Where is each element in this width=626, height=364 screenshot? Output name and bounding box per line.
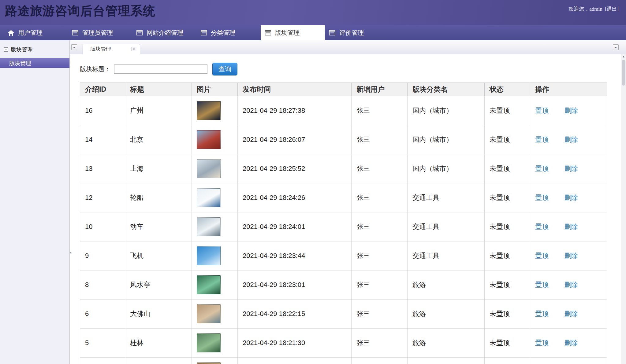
delete-link[interactable]: 删除	[565, 165, 578, 172]
cell-image	[192, 212, 238, 241]
app-header: 路途旅游咨询后台管理系统 欢迎您，admin[退出]	[0, 0, 626, 25]
cell-actions: 置顶删除	[530, 241, 607, 270]
cell-user: 张三	[352, 212, 408, 241]
delete-link[interactable]: 删除	[565, 136, 578, 143]
cell-category: 交通工具	[408, 212, 485, 241]
cell-category: 国内（城市）	[408, 154, 485, 183]
cell-category: 国内（城市）	[408, 125, 485, 154]
column-header: 状态	[485, 83, 530, 96]
cell-category: 交通工具	[408, 241, 485, 270]
cell-title: 上海	[125, 154, 192, 183]
scroll-up-icon[interactable]: ▲	[621, 54, 626, 59]
nav-bar: 用户管理管理员管理网站介绍管理分类管理版块管理评价管理	[0, 25, 626, 40]
table-row: 13上海2021-04-29 18:25:52张三国内（城市）未置顶置顶删除	[80, 154, 607, 183]
pin-top-link[interactable]: 置顶	[535, 165, 549, 172]
cell-title: 北京	[125, 125, 192, 154]
pin-top-link[interactable]: 置顶	[535, 194, 549, 201]
nav-tab-site-intro[interactable]: 网站介绍管理	[132, 25, 196, 40]
data-table: 介绍ID标题图片发布时间新增用户版块分类名状态操作 16广州2021-04-29…	[80, 83, 607, 364]
search-row: 版块标题： 查询	[80, 63, 626, 75]
table-row: 9飞机2021-04-29 18:23:44张三交通工具未置顶置顶删除	[80, 241, 607, 270]
nav-tab-sections[interactable]: 版块管理	[261, 25, 325, 40]
cell-status: 未置顶	[485, 358, 530, 364]
nav-tab-reviews[interactable]: 评价管理	[325, 25, 389, 40]
cell-time: 2021-04-29 18:23:44	[238, 241, 352, 270]
cell-actions: 置顶删除	[530, 183, 607, 212]
delete-link[interactable]: 删除	[565, 252, 578, 259]
cell-id: 9	[80, 241, 125, 270]
cell-image	[192, 329, 238, 358]
vertical-scrollbar[interactable]: ▲	[621, 54, 626, 364]
delete-link[interactable]: 删除	[565, 339, 578, 347]
cell-image	[192, 270, 238, 300]
pin-top-link[interactable]: 置顶	[535, 281, 549, 289]
nav-tab-users[interactable]: 用户管理	[4, 25, 68, 40]
nav-tab-label: 分类管理	[211, 29, 235, 37]
cell-user: 张三	[352, 241, 408, 270]
cell-time: 2021-04-29 18:24:01	[238, 212, 352, 241]
cell-title: 四星级酒店	[125, 358, 192, 364]
cell-title: 风水亭	[125, 270, 192, 300]
sidebar-item-sections[interactable]: 版块管理	[0, 58, 69, 68]
pin-top-link[interactable]: 置顶	[535, 136, 549, 143]
pin-top-link[interactable]: 置顶	[535, 223, 549, 230]
cell-time: 2021-04-29 18:25:52	[238, 154, 352, 183]
column-header: 介绍ID	[80, 83, 125, 96]
cell-category: 国内（城市）	[408, 96, 485, 125]
column-header: 发布时间	[238, 83, 352, 96]
cell-category: 交通工具	[408, 183, 485, 212]
tab-close-icon[interactable]: ×	[132, 47, 136, 51]
username-text: admin	[589, 6, 602, 12]
tab-scroll-right-button[interactable]: ►	[613, 44, 619, 50]
delete-link[interactable]: 删除	[565, 223, 578, 230]
sidebar-collapse-handle[interactable]: ◄	[68, 246, 73, 259]
sidebar-items: 版块管理	[0, 58, 69, 68]
pin-top-link[interactable]: 置顶	[535, 310, 549, 318]
nav-tab-label: 评价管理	[339, 29, 364, 37]
delete-link[interactable]: 删除	[565, 194, 578, 201]
tab-scroll-left-button[interactable]: ◄	[71, 44, 77, 50]
cell-status: 未置顶	[485, 96, 530, 125]
form-icon	[201, 30, 207, 35]
cell-actions: 置顶删除	[530, 270, 607, 300]
cell-user: 张三	[352, 183, 408, 212]
search-label: 版块标题：	[80, 65, 110, 73]
thumbnail-guangzhou-night-skyline	[197, 101, 221, 120]
tab-sections[interactable]: 版块管理 ×	[83, 44, 140, 54]
table-row: 10动车2021-04-29 18:24:01张三交通工具未置顶置顶删除	[80, 212, 607, 241]
cell-image	[192, 241, 238, 270]
app-title: 路途旅游咨询后台管理系统	[5, 2, 155, 19]
nav-tab-label: 网站介绍管理	[147, 29, 183, 37]
query-button[interactable]: 查询	[212, 63, 237, 75]
logout-link[interactable]: [退出]	[605, 6, 619, 12]
pin-top-link[interactable]: 置顶	[535, 252, 549, 259]
nav-tab-categories[interactable]: 分类管理	[196, 25, 261, 40]
form-icon	[72, 30, 78, 35]
column-header: 标题	[125, 83, 192, 96]
sidebar-group-header[interactable]: − 版块管理	[0, 40, 69, 53]
delete-link[interactable]: 删除	[565, 107, 578, 114]
thumbnail-guilin-karst-hills	[197, 333, 221, 352]
scrollbar-thumb[interactable]	[622, 60, 625, 86]
nav-tab-label: 版块管理	[275, 29, 300, 37]
cell-actions: 置顶删除	[530, 300, 607, 329]
main-area: − 版块管理 版块管理 ◄ ◄ 版块管理 × ► 版块标题： 查询	[0, 40, 626, 364]
cell-status: 未置顶	[485, 241, 530, 270]
cell-user: 张三	[352, 96, 408, 125]
nav-tab-admins[interactable]: 管理员管理	[68, 25, 132, 40]
cell-id: 8	[80, 270, 125, 300]
cell-status: 未置顶	[485, 154, 530, 183]
search-input[interactable]	[114, 64, 207, 74]
column-header: 版块分类名	[408, 83, 485, 96]
collapse-icon[interactable]: −	[4, 47, 8, 52]
pin-top-link[interactable]: 置顶	[535, 339, 549, 347]
sidebar: − 版块管理 版块管理	[0, 40, 70, 364]
delete-link[interactable]: 删除	[565, 281, 578, 289]
cell-status: 未置顶	[485, 125, 530, 154]
table-row: 8风水亭2021-04-29 18:23:01张三旅游未置顶置顶删除	[80, 270, 607, 300]
delete-link[interactable]: 删除	[565, 310, 578, 318]
cell-actions: 置顶删除	[530, 154, 607, 183]
table-header-row: 介绍ID标题图片发布时间新增用户版块分类名状态操作	[80, 83, 607, 96]
pin-top-link[interactable]: 置顶	[535, 107, 549, 114]
cell-id: 13	[80, 154, 125, 183]
